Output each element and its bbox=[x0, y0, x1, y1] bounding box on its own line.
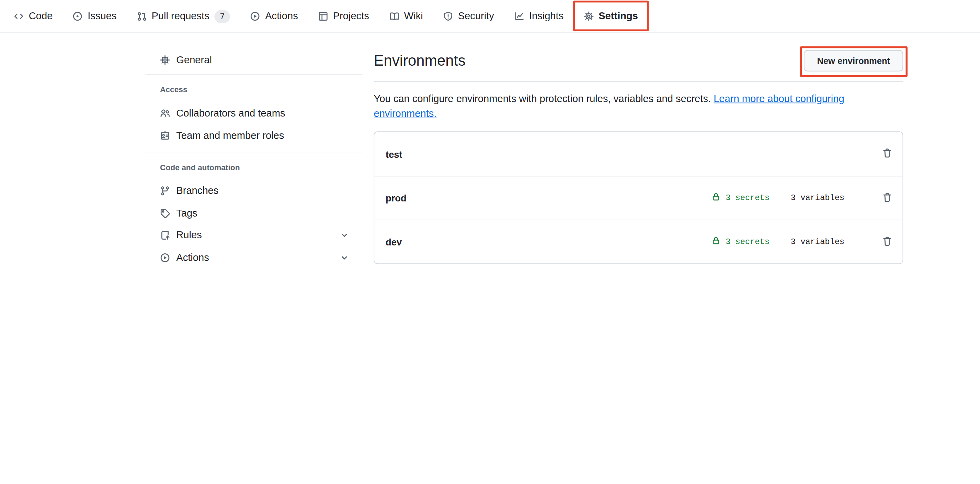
tab-label: Code bbox=[29, 11, 53, 22]
environment-name-link[interactable]: dev bbox=[386, 236, 402, 247]
secrets-count-label: 3 secrets bbox=[725, 193, 770, 203]
page-description: You can configure environments with prot… bbox=[374, 91, 903, 121]
tab-label: Insights bbox=[529, 11, 563, 22]
lock-icon bbox=[711, 192, 721, 204]
sidebar-item-tags[interactable]: Tags bbox=[150, 203, 356, 224]
people-icon bbox=[160, 108, 170, 118]
sidebar-divider bbox=[146, 153, 363, 153]
tab-wiki[interactable]: Wiki bbox=[380, 0, 432, 33]
sidebar-item-collaborators-and-teams[interactable]: Collaborators and teams bbox=[150, 103, 356, 124]
variables-count-link[interactable]: 3 variables bbox=[791, 237, 844, 246]
tag-icon bbox=[160, 208, 170, 218]
book-icon bbox=[389, 11, 399, 21]
environment-row-dev: dev 3 secrets 3 variables bbox=[374, 220, 902, 263]
page-header: Environments New environment bbox=[374, 50, 903, 82]
sidebar-item-general[interactable]: General bbox=[150, 50, 356, 71]
tab-insights[interactable]: Insights bbox=[506, 0, 573, 33]
environment-row-test: test bbox=[374, 132, 902, 176]
sidebar-item-actions[interactable]: Actions bbox=[150, 247, 356, 266]
tab-label: Issues bbox=[88, 11, 116, 22]
secrets-count-label: 3 secrets bbox=[725, 237, 770, 246]
trash-icon bbox=[882, 235, 892, 248]
sidebar-item-label: General bbox=[176, 54, 212, 65]
sidebar-item-branches[interactable]: Branches bbox=[150, 180, 356, 201]
github-settings-page: Code Issues Pull requests 7 Actions Proj… bbox=[0, 0, 980, 266]
delete-environment-button[interactable] bbox=[882, 148, 892, 160]
tab-label: Settings bbox=[598, 11, 638, 22]
code-icon bbox=[14, 11, 24, 21]
sidebar-section-header-code-and-automation: Code and automation bbox=[150, 160, 356, 175]
settings-sidebar: General Access Collaborators and teams T… bbox=[150, 0, 356, 266]
description-text: You can configure environments with prot… bbox=[374, 93, 711, 104]
chevron-down-icon[interactable] bbox=[340, 231, 351, 240]
environment-name-link[interactable]: test bbox=[386, 149, 402, 159]
sidebar-item-label: Collaborators and teams bbox=[176, 108, 285, 119]
gear-icon bbox=[160, 55, 170, 65]
environments-list: test prod 3 secrets 3 variables dev 3 se… bbox=[374, 131, 903, 264]
sidebar-item-label: Actions bbox=[176, 252, 209, 264]
gear-icon bbox=[584, 11, 593, 21]
environment-name-link[interactable]: prod bbox=[386, 193, 407, 203]
sidebar-section-header-access: Access bbox=[150, 82, 356, 97]
tab-label: Security bbox=[458, 11, 494, 22]
sidebar-item-label: Branches bbox=[176, 185, 218, 196]
secrets-count-link[interactable]: 3 secrets bbox=[711, 192, 770, 204]
trash-icon bbox=[882, 192, 892, 204]
play-icon bbox=[160, 252, 170, 263]
tab-issues[interactable]: Issues bbox=[64, 0, 125, 33]
tab-label: Wiki bbox=[404, 11, 423, 22]
graph-icon bbox=[514, 11, 524, 21]
sidebar-item-label: Tags bbox=[176, 208, 197, 219]
sidebar-item-rules[interactable]: Rules bbox=[150, 224, 356, 246]
chevron-down-icon[interactable] bbox=[340, 253, 351, 262]
tab-code[interactable]: Code bbox=[5, 0, 62, 33]
page-title: Environments bbox=[374, 51, 465, 70]
environment-row-prod: prod 3 secrets 3 variables bbox=[374, 176, 902, 219]
tab-settings[interactable]: Settings bbox=[575, 0, 647, 33]
sidebar-divider bbox=[146, 75, 363, 75]
git-branch-icon bbox=[160, 186, 170, 196]
sidebar-item-label: Team and member roles bbox=[176, 130, 284, 142]
trash-icon bbox=[882, 148, 892, 160]
lock-icon bbox=[711, 236, 721, 248]
sidebar-item-label: Rules bbox=[176, 230, 202, 241]
delete-environment-button[interactable] bbox=[882, 235, 892, 248]
secrets-count-link[interactable]: 3 secrets bbox=[711, 236, 770, 248]
sidebar-item-team-and-member-roles[interactable]: Team and member roles bbox=[150, 125, 356, 147]
git-pull-request-icon bbox=[137, 11, 146, 21]
id-badge-icon bbox=[160, 131, 170, 141]
delete-environment-button[interactable] bbox=[882, 192, 892, 204]
rules-icon bbox=[160, 230, 170, 240]
environments-settings-panel: Environments New environment You can con… bbox=[374, 50, 903, 264]
shield-icon bbox=[443, 11, 453, 21]
new-environment-button[interactable]: New environment bbox=[804, 50, 903, 72]
issue-opened-icon bbox=[73, 11, 83, 21]
tab-security[interactable]: Security bbox=[434, 0, 503, 33]
variables-count-link[interactable]: 3 variables bbox=[791, 193, 844, 203]
repo-tab-nav: Code Issues Pull requests 7 Actions Proj… bbox=[0, 0, 980, 33]
